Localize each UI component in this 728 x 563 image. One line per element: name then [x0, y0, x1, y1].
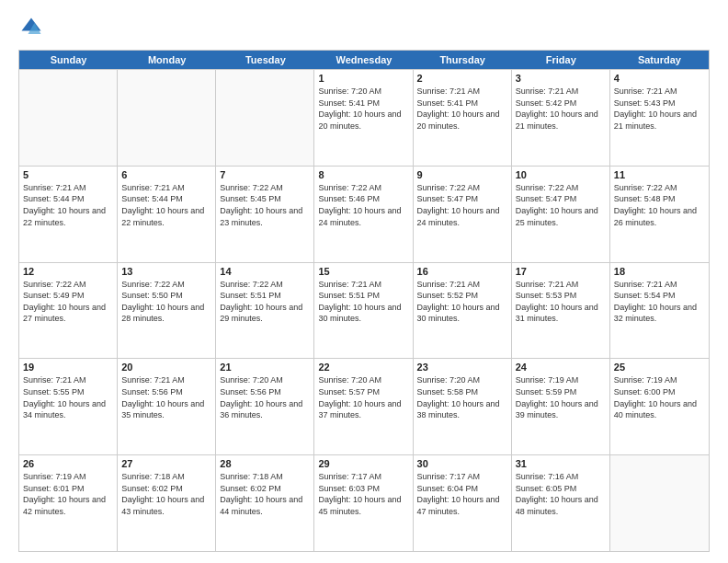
calendar-cell-empty-0-2 — [216, 70, 314, 166]
day-number: 17 — [516, 266, 606, 277]
cell-info: Sunrise: 7:20 AM Sunset: 5:57 PM Dayligh… — [318, 374, 408, 420]
day-number: 21 — [220, 362, 310, 373]
calendar-cell-19: 19Sunrise: 7:21 AM Sunset: 5:55 PM Dayli… — [19, 359, 118, 454]
calendar-cell-2: 2Sunrise: 7:21 AM Sunset: 5:41 PM Daylig… — [414, 70, 512, 166]
calendar-cell-empty-4-6 — [610, 455, 709, 551]
day-number: 10 — [516, 169, 606, 180]
cell-info: Sunrise: 7:21 AM Sunset: 5:44 PM Dayligh… — [121, 182, 211, 228]
week-row-0: 1Sunrise: 7:20 AM Sunset: 5:41 PM Daylig… — [19, 69, 709, 166]
day-number: 15 — [318, 266, 408, 277]
calendar-cell-9: 9Sunrise: 7:22 AM Sunset: 5:47 PM Daylig… — [414, 167, 512, 262]
calendar-cell-13: 13Sunrise: 7:22 AM Sunset: 5:50 PM Dayli… — [118, 263, 216, 359]
calendar-cell-26: 26Sunrise: 7:19 AM Sunset: 6:01 PM Dayli… — [19, 455, 118, 551]
header-day-monday: Monday — [118, 51, 216, 69]
calendar-cell-23: 23Sunrise: 7:20 AM Sunset: 5:58 PM Dayli… — [414, 359, 512, 454]
calendar-cell-30: 30Sunrise: 7:17 AM Sunset: 6:04 PM Dayli… — [414, 455, 512, 551]
day-number: 27 — [121, 458, 211, 469]
cell-info: Sunrise: 7:22 AM Sunset: 5:51 PM Dayligh… — [220, 279, 310, 325]
calendar-cell-29: 29Sunrise: 7:17 AM Sunset: 6:03 PM Dayli… — [314, 455, 413, 551]
calendar-cell-20: 20Sunrise: 7:21 AM Sunset: 5:56 PM Dayli… — [118, 359, 216, 454]
calendar-cell-7: 7Sunrise: 7:22 AM Sunset: 5:45 PM Daylig… — [216, 167, 314, 262]
header — [18, 15, 710, 40]
calendar-cell-27: 27Sunrise: 7:18 AM Sunset: 6:02 PM Dayli… — [118, 455, 216, 551]
week-row-3: 19Sunrise: 7:21 AM Sunset: 5:55 PM Dayli… — [19, 358, 709, 454]
cell-info: Sunrise: 7:21 AM Sunset: 5:52 PM Dayligh… — [417, 279, 507, 325]
cell-info: Sunrise: 7:21 AM Sunset: 5:55 PM Dayligh… — [23, 374, 113, 420]
header-day-sunday: Sunday — [19, 51, 118, 69]
cell-info: Sunrise: 7:18 AM Sunset: 6:02 PM Dayligh… — [121, 471, 211, 517]
calendar-cell-5: 5Sunrise: 7:21 AM Sunset: 5:44 PM Daylig… — [19, 167, 118, 262]
cell-info: Sunrise: 7:22 AM Sunset: 5:47 PM Dayligh… — [516, 182, 606, 228]
header-day-tuesday: Tuesday — [216, 51, 314, 69]
cell-info: Sunrise: 7:19 AM Sunset: 6:01 PM Dayligh… — [23, 471, 113, 517]
cell-info: Sunrise: 7:20 AM Sunset: 5:41 PM Dayligh… — [318, 86, 408, 132]
cell-info: Sunrise: 7:19 AM Sunset: 5:59 PM Dayligh… — [516, 374, 606, 420]
calendar-cell-3: 3Sunrise: 7:21 AM Sunset: 5:42 PM Daylig… — [512, 70, 610, 166]
day-number: 31 — [516, 458, 606, 469]
day-number: 7 — [220, 169, 310, 180]
header-day-friday: Friday — [512, 51, 610, 69]
day-number: 4 — [614, 73, 705, 84]
logo-icon — [18, 15, 44, 40]
day-number: 30 — [417, 458, 507, 469]
calendar-cell-10: 10Sunrise: 7:22 AM Sunset: 5:47 PM Dayli… — [512, 167, 610, 262]
day-number: 19 — [23, 362, 113, 373]
calendar-cell-16: 16Sunrise: 7:21 AM Sunset: 5:52 PM Dayli… — [414, 263, 512, 359]
calendar-cell-21: 21Sunrise: 7:20 AM Sunset: 5:56 PM Dayli… — [216, 359, 314, 454]
day-number: 18 — [614, 266, 705, 277]
cell-info: Sunrise: 7:20 AM Sunset: 5:58 PM Dayligh… — [417, 374, 507, 420]
calendar-cell-18: 18Sunrise: 7:21 AM Sunset: 5:54 PM Dayli… — [610, 263, 709, 359]
day-number: 14 — [220, 266, 310, 277]
calendar-cell-24: 24Sunrise: 7:19 AM Sunset: 5:59 PM Dayli… — [512, 359, 610, 454]
day-number: 16 — [417, 266, 507, 277]
day-number: 6 — [121, 169, 211, 180]
page: SundayMondayTuesdayWednesdayThursdayFrid… — [0, 0, 728, 563]
day-number: 12 — [23, 266, 113, 277]
day-number: 11 — [614, 169, 705, 180]
day-number: 9 — [417, 169, 507, 180]
calendar-body: 1Sunrise: 7:20 AM Sunset: 5:41 PM Daylig… — [19, 69, 709, 551]
cell-info: Sunrise: 7:22 AM Sunset: 5:49 PM Dayligh… — [23, 279, 113, 325]
cell-info: Sunrise: 7:21 AM Sunset: 5:53 PM Dayligh… — [516, 279, 606, 325]
cell-info: Sunrise: 7:21 AM Sunset: 5:56 PM Dayligh… — [121, 374, 211, 420]
day-number: 25 — [614, 362, 705, 373]
day-number: 23 — [417, 362, 507, 373]
cell-info: Sunrise: 7:18 AM Sunset: 6:02 PM Dayligh… — [220, 471, 310, 517]
day-number: 2 — [417, 73, 507, 84]
day-number: 13 — [121, 266, 211, 277]
calendar-cell-25: 25Sunrise: 7:19 AM Sunset: 6:00 PM Dayli… — [610, 359, 709, 454]
cell-info: Sunrise: 7:22 AM Sunset: 5:47 PM Dayligh… — [417, 182, 507, 228]
calendar-cell-12: 12Sunrise: 7:22 AM Sunset: 5:49 PM Dayli… — [19, 263, 118, 359]
calendar-cell-11: 11Sunrise: 7:22 AM Sunset: 5:48 PM Dayli… — [610, 167, 709, 262]
cell-info: Sunrise: 7:21 AM Sunset: 5:54 PM Dayligh… — [614, 279, 705, 325]
cell-info: Sunrise: 7:21 AM Sunset: 5:43 PM Dayligh… — [614, 86, 705, 132]
logo — [18, 15, 48, 40]
calendar-cell-28: 28Sunrise: 7:18 AM Sunset: 6:02 PM Dayli… — [216, 455, 314, 551]
header-day-wednesday: Wednesday — [314, 51, 413, 69]
cell-info: Sunrise: 7:19 AM Sunset: 6:00 PM Dayligh… — [614, 374, 705, 420]
cell-info: Sunrise: 7:22 AM Sunset: 5:50 PM Dayligh… — [121, 279, 211, 325]
calendar-cell-14: 14Sunrise: 7:22 AM Sunset: 5:51 PM Dayli… — [216, 263, 314, 359]
cell-info: Sunrise: 7:22 AM Sunset: 5:46 PM Dayligh… — [318, 182, 408, 228]
calendar-cell-8: 8Sunrise: 7:22 AM Sunset: 5:46 PM Daylig… — [314, 167, 413, 262]
week-row-2: 12Sunrise: 7:22 AM Sunset: 5:49 PM Dayli… — [19, 262, 709, 359]
calendar-cell-empty-0-0 — [19, 70, 118, 166]
week-row-1: 5Sunrise: 7:21 AM Sunset: 5:44 PM Daylig… — [19, 166, 709, 262]
day-number: 28 — [220, 458, 310, 469]
cell-info: Sunrise: 7:22 AM Sunset: 5:48 PM Dayligh… — [614, 182, 705, 228]
calendar-cell-empty-0-1 — [118, 70, 216, 166]
calendar-cell-6: 6Sunrise: 7:21 AM Sunset: 5:44 PM Daylig… — [118, 167, 216, 262]
calendar-header: SundayMondayTuesdayWednesdayThursdayFrid… — [19, 51, 709, 69]
cell-info: Sunrise: 7:21 AM Sunset: 5:51 PM Dayligh… — [318, 279, 408, 325]
cell-info: Sunrise: 7:20 AM Sunset: 5:56 PM Dayligh… — [220, 374, 310, 420]
day-number: 29 — [318, 458, 408, 469]
cell-info: Sunrise: 7:21 AM Sunset: 5:41 PM Dayligh… — [417, 86, 507, 132]
cell-info: Sunrise: 7:16 AM Sunset: 6:05 PM Dayligh… — [516, 471, 606, 517]
day-number: 1 — [318, 73, 408, 84]
calendar-cell-31: 31Sunrise: 7:16 AM Sunset: 6:05 PM Dayli… — [512, 455, 610, 551]
calendar-cell-17: 17Sunrise: 7:21 AM Sunset: 5:53 PM Dayli… — [512, 263, 610, 359]
day-number: 24 — [516, 362, 606, 373]
day-number: 20 — [121, 362, 211, 373]
day-number: 26 — [23, 458, 113, 469]
day-number: 3 — [516, 73, 606, 84]
